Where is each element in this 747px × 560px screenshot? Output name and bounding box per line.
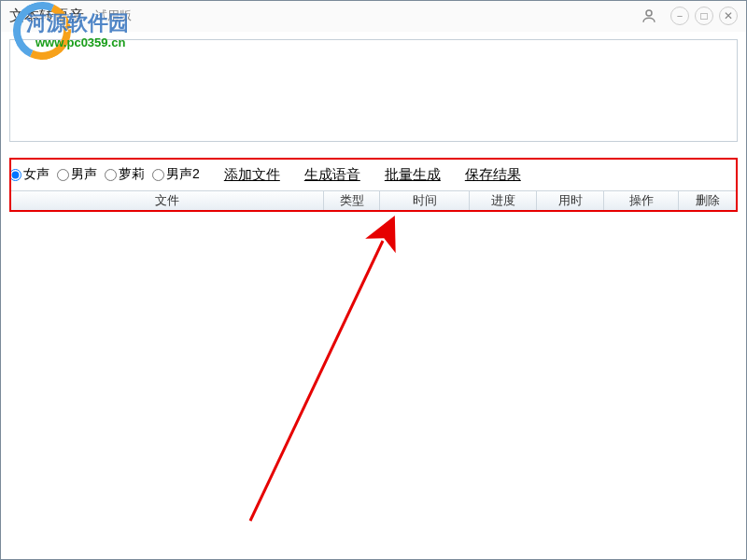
voice-option-male[interactable]: 男声 xyxy=(57,166,97,183)
close-button[interactable]: ✕ xyxy=(719,7,738,25)
voice-radio-male[interactable] xyxy=(57,169,69,181)
app-subtitle: 试用版 xyxy=(95,7,132,24)
col-file: 文件 xyxy=(10,191,324,210)
col-delete: 删除 xyxy=(679,191,737,210)
col-type: 类型 xyxy=(324,191,380,210)
user-icon[interactable] xyxy=(641,7,657,24)
col-progress: 进度 xyxy=(470,191,537,210)
app-title: 文本转语音 xyxy=(9,7,84,26)
voice-option-loli[interactable]: 萝莉 xyxy=(105,166,145,183)
minimize-button[interactable]: － xyxy=(670,7,689,25)
voice-radio-male2[interactable] xyxy=(152,169,164,181)
voice-option-male2[interactable]: 男声2 xyxy=(152,166,200,183)
titlebar: 文本转语音 试用版 － □ ✕ xyxy=(0,0,747,32)
voice-radio-loli[interactable] xyxy=(105,169,117,181)
svg-line-1 xyxy=(250,241,383,521)
toolbar: 女声 男声 萝莉 男声2 添加文件 生成语音 批量生成 保存结果 xyxy=(9,161,738,189)
svg-point-0 xyxy=(646,10,652,16)
voice-radio-female[interactable] xyxy=(9,169,21,181)
col-duration: 用时 xyxy=(537,191,604,210)
voice-option-female[interactable]: 女声 xyxy=(9,166,49,183)
batch-generate-button[interactable]: 批量生成 xyxy=(385,166,441,184)
table-header: 文件 类型 时间 进度 用时 操作 删除 xyxy=(9,190,738,211)
save-result-button[interactable]: 保存结果 xyxy=(465,166,521,184)
text-input-area[interactable] xyxy=(9,39,738,142)
generate-audio-button[interactable]: 生成语音 xyxy=(304,166,360,184)
maximize-button[interactable]: □ xyxy=(695,7,713,25)
add-file-button[interactable]: 添加文件 xyxy=(224,166,280,184)
col-time: 时间 xyxy=(380,191,470,210)
col-operate: 操作 xyxy=(604,191,679,210)
